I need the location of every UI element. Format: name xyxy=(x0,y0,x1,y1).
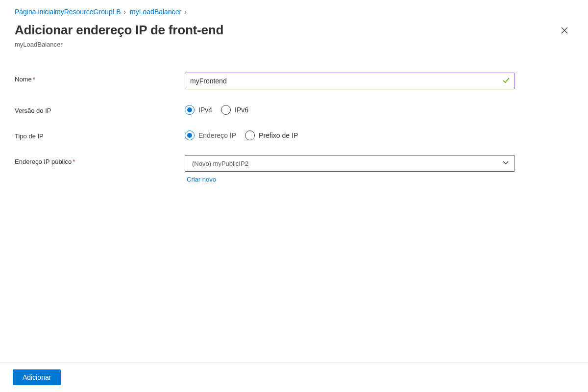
footer: Adicionar xyxy=(0,362,588,392)
form-row-name: Nome* xyxy=(15,73,588,89)
name-input[interactable] xyxy=(185,73,515,89)
add-button[interactable]: Adicionar xyxy=(13,369,61,385)
close-button[interactable] xyxy=(559,25,570,38)
required-indicator: * xyxy=(73,158,75,165)
radio-ip-address-label: Endereço IP xyxy=(198,131,236,139)
radio-icon xyxy=(245,131,255,140)
radio-icon xyxy=(185,131,195,140)
chevron-right-icon: › xyxy=(122,8,128,16)
ip-type-label: Tipo de IP xyxy=(15,130,185,140)
ip-version-label: Versão do IP xyxy=(15,104,185,114)
page-subtitle: myLoadBalancer xyxy=(0,38,588,48)
public-ip-label: Endereço IP público* xyxy=(15,155,185,165)
name-label: Nome* xyxy=(15,73,185,83)
create-new-link[interactable]: Criar novo xyxy=(187,176,216,183)
radio-ip-prefix[interactable]: Prefixo de IP xyxy=(245,131,298,140)
radio-ip-prefix-label: Prefixo de IP xyxy=(259,131,298,139)
radio-ipv4-label: IPv4 xyxy=(198,106,212,114)
breadcrumb-load-balancer[interactable]: myLoadBalancer xyxy=(130,8,181,16)
radio-icon xyxy=(185,105,195,115)
form-row-public-ip: Endereço IP público* (Novo) myPublicIP2 … xyxy=(15,155,588,183)
radio-ip-address[interactable]: Endereço IP xyxy=(185,131,236,140)
form-row-ip-version: Versão do IP IPv4 IPv6 xyxy=(15,104,588,115)
required-indicator: * xyxy=(33,76,35,83)
breadcrumb-resource-group[interactable]: myResourceGroupLB xyxy=(55,8,121,16)
radio-ipv6[interactable]: IPv6 xyxy=(221,105,248,115)
chevron-right-icon: › xyxy=(182,8,187,16)
breadcrumb: Página inicial myResourceGroupLB › myLoa… xyxy=(0,0,588,20)
breadcrumb-home[interactable]: Página inicial xyxy=(15,8,55,16)
radio-ipv4[interactable]: IPv4 xyxy=(185,105,212,115)
form-container: Nome* Versão do IP IPv4 IPv6 xyxy=(0,48,588,183)
radio-icon xyxy=(221,105,231,115)
radio-ipv6-label: IPv6 xyxy=(235,106,248,114)
public-ip-select[interactable]: (Novo) myPublicIP2 xyxy=(185,155,515,172)
close-icon xyxy=(561,26,568,34)
page-title: Adicionar endereço IP de front-end xyxy=(15,23,223,38)
form-row-ip-type: Tipo de IP Endereço IP Prefixo de IP xyxy=(15,130,588,140)
public-ip-selected-value: (Novo) myPublicIP2 xyxy=(192,160,248,167)
